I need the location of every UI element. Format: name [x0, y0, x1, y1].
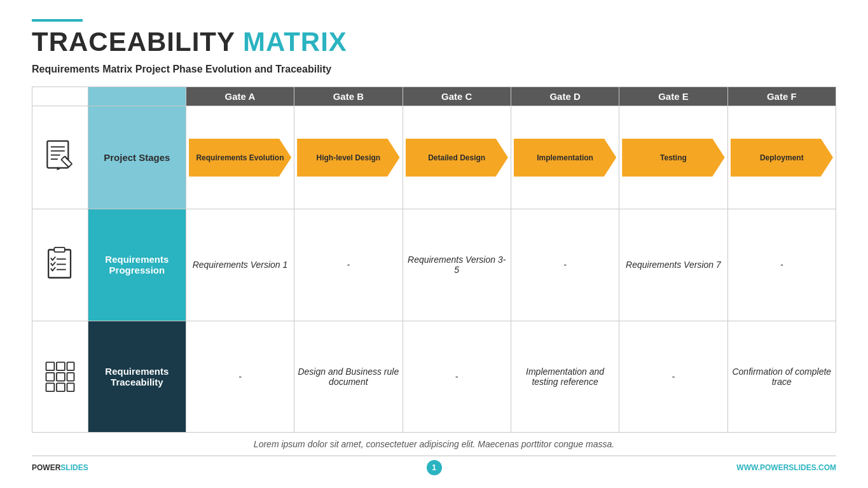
gate-f-header: Gate F — [727, 87, 836, 106]
table-row: Project Stages Requirements Evolution Hi… — [32, 106, 836, 209]
title-row: TRACEABILITY MATRIX — [32, 27, 836, 57]
row3-cell-a: - — [186, 321, 294, 433]
gate-d-header: Gate D — [511, 87, 619, 106]
brand-slides: SLIDES — [60, 463, 88, 472]
arrow-requirements-evolution: Requirements Evolution — [189, 139, 291, 177]
footer-bar: POWERSLIDES 1 WWW.POWERSLIDES.COM — [32, 456, 836, 475]
row1-cell-d: Implementation — [511, 106, 619, 209]
title-part2: MATRIX — [243, 27, 347, 57]
row3-cell-d: Implementation and testing reference — [511, 321, 619, 433]
footer-page: 1 — [300, 460, 568, 475]
svg-rect-14 — [57, 363, 65, 371]
row2-label: Requirements Progression — [88, 209, 186, 321]
svg-rect-18 — [67, 373, 74, 381]
grid-check-icon — [43, 358, 78, 393]
footer-website: WWW.POWERSLIDES.COM — [568, 463, 836, 472]
footer: Lorem ipsum dolor sit amet, consectetuer… — [32, 439, 836, 475]
row2-cell-c: Requirements Version 3-5 — [403, 209, 511, 321]
arrow-testing: Testing — [622, 139, 724, 177]
svg-rect-21 — [67, 384, 74, 392]
svg-rect-9 — [54, 247, 64, 252]
header-icon-cell — [32, 87, 88, 106]
subtitle: Requirements Matrix Project Phase Evolut… — [32, 64, 836, 75]
gate-e-header: Gate E — [619, 87, 727, 106]
arrow-detailed-design: Detailed Design — [406, 139, 508, 177]
row2-cell-e: Requirements Version 7 — [619, 209, 727, 321]
row2-cell-a: Requirements Version 1 — [186, 209, 294, 321]
row1-cell-b: High-level Design — [294, 106, 403, 209]
row3-cell-e: - — [619, 321, 727, 433]
document-edit-icon — [43, 139, 78, 174]
row1-cell-f: Deployment — [727, 106, 836, 209]
table-row: Requirements Progression Requirements Ve… — [32, 209, 836, 321]
row1-cell-c: Detailed Design — [403, 106, 511, 209]
svg-rect-20 — [57, 384, 65, 392]
svg-rect-15 — [67, 363, 74, 371]
gate-b-header: Gate B — [294, 87, 403, 106]
arrow-implementation: Implementation — [514, 139, 616, 177]
table-row: Requirements Traceability - Design and B… — [32, 321, 836, 433]
matrix-table: Gate A Gate B Gate C Gate D Gate E Gate … — [32, 87, 836, 433]
accent-line — [32, 19, 83, 22]
row3-label: Requirements Traceability — [88, 321, 186, 433]
row1-cell-a: Requirements Evolution — [186, 106, 294, 209]
page-number: 1 — [427, 460, 442, 475]
brand-power: POWER — [32, 463, 60, 472]
title-part1: TRACEABILITY — [32, 27, 235, 57]
arrow-deployment: Deployment — [731, 139, 833, 177]
row3-icon-cell — [32, 321, 88, 433]
svg-rect-17 — [57, 373, 65, 381]
row2-cell-d: - — [511, 209, 619, 321]
svg-rect-19 — [46, 384, 54, 392]
row3-cell-c: - — [403, 321, 511, 433]
gate-c-header: Gate C — [403, 87, 511, 106]
row1-label: Project Stages — [88, 106, 186, 209]
header-label-cell — [88, 87, 186, 106]
row1-icon-cell — [32, 106, 88, 209]
row2-icon-cell — [32, 209, 88, 321]
arrow-high-level-design: High-level Design — [297, 139, 399, 177]
svg-rect-13 — [46, 363, 54, 371]
row3-cell-f: Confirmation of complete trace — [727, 321, 836, 433]
row3-cell-b: Design and Business rule document — [294, 321, 403, 433]
row2-cell-f: - — [727, 209, 836, 321]
gate-a-header: Gate A — [186, 87, 294, 106]
svg-rect-16 — [46, 373, 54, 381]
footer-brand: POWERSLIDES — [32, 463, 300, 472]
row2-cell-b: - — [294, 209, 403, 321]
page: TRACEABILITY MATRIX Requirements Matrix … — [0, 0, 868, 488]
footer-lorem: Lorem ipsum dolor sit amet, consectetuer… — [254, 439, 614, 449]
row1-cell-e: Testing — [619, 106, 727, 209]
checklist-icon — [43, 246, 78, 281]
